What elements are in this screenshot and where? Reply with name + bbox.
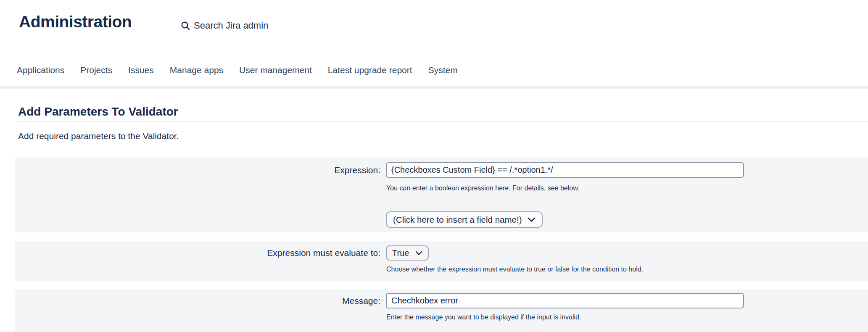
- nav-item-user-management[interactable]: User management: [239, 64, 312, 76]
- evaluate-selected-value: True: [392, 248, 409, 258]
- message-controls: Enter the message you want to be display…: [386, 293, 868, 332]
- expression-controls: You can enter a boolean expression here.…: [386, 162, 868, 232]
- chevron-down-icon: [415, 251, 422, 256]
- nav-item-system[interactable]: System: [428, 64, 458, 76]
- nav-item-manage-apps[interactable]: Manage apps: [170, 64, 223, 76]
- nav-item-applications[interactable]: Applications: [17, 64, 64, 76]
- expression-label-cell: Expression:: [15, 162, 380, 232]
- message-input[interactable]: [386, 293, 744, 308]
- field-picker-button[interactable]: (Click here to insert a field name!): [386, 211, 543, 228]
- nav-divider: [0, 86, 868, 89]
- evaluate-label: Expression must evaluate to:: [267, 248, 380, 258]
- title-divider: [18, 121, 868, 122]
- chevron-down-icon: [528, 217, 536, 222]
- form-row-expression: Expression: You can enter a boolean expr…: [15, 157, 868, 232]
- page-title: Add Parameters To Validator: [18, 105, 178, 119]
- expression-label: Expression:: [334, 165, 380, 175]
- search-label: Search Jira admin: [194, 20, 268, 31]
- expression-input[interactable]: [386, 162, 744, 178]
- evaluate-label-cell: Expression must evaluate to:: [15, 245, 380, 281]
- message-help: Enter the message you want to be display…: [386, 313, 868, 321]
- message-label: Message:: [342, 296, 380, 306]
- evaluate-select[interactable]: True: [386, 245, 429, 261]
- evaluate-controls: True Choose whether the expression must …: [386, 245, 868, 281]
- admin-nav: Applications Projects Issues Manage apps…: [17, 64, 458, 76]
- expression-help: You can enter a boolean expression here.…: [386, 184, 868, 192]
- form-row-message: Message: Enter the message you want to b…: [15, 290, 868, 332]
- search-icon: [181, 21, 190, 31]
- page-intro: Add required parameters to the Validator…: [18, 131, 179, 141]
- message-label-cell: Message:: [15, 293, 380, 332]
- nav-item-projects[interactable]: Projects: [80, 64, 112, 76]
- jira-admin-page: Administration Search Jira admin Applica…: [0, 0, 868, 332]
- admin-search[interactable]: Search Jira admin: [181, 20, 268, 31]
- nav-item-latest-upgrade-report[interactable]: Latest upgrade report: [328, 64, 412, 76]
- nav-item-issues[interactable]: Issues: [128, 64, 154, 76]
- field-picker-label: (Click here to insert a field name!): [393, 215, 522, 225]
- form-row-evaluate: Expression must evaluate to: True Choose…: [15, 241, 868, 281]
- evaluate-help: Choose whether the expression must evalu…: [386, 265, 868, 274]
- admin-title: Administration: [19, 13, 132, 31]
